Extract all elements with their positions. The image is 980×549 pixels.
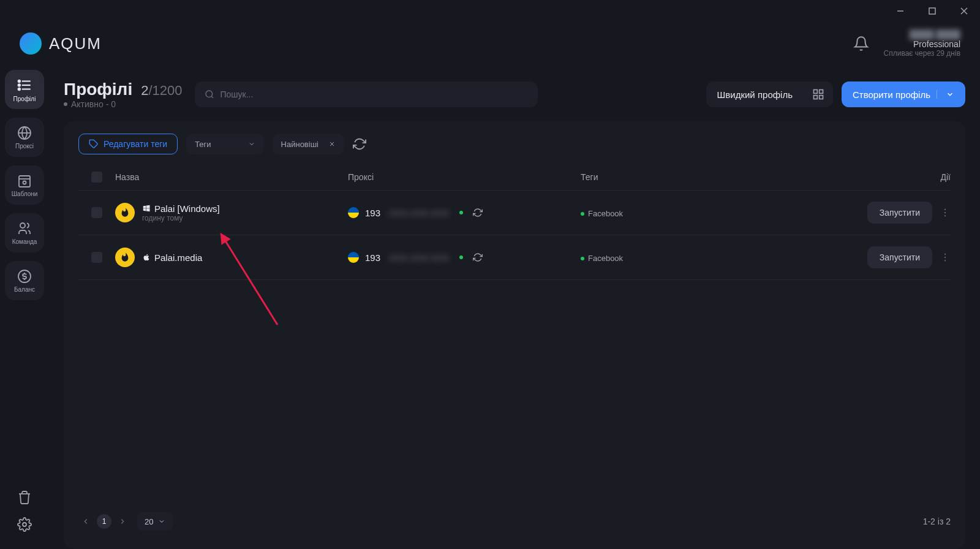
profile-avatar-icon	[115, 203, 135, 222]
svg-point-18	[206, 91, 213, 97]
ip-prefix: 193	[365, 208, 380, 218]
sort-dropdown[interactable]: Найновіші	[273, 134, 344, 154]
flag-icon	[348, 252, 359, 263]
title-block: Профілі 2/1200 Активно - 0	[64, 80, 183, 109]
svg-point-28	[944, 212, 946, 213]
clear-sort-icon[interactable]	[328, 140, 336, 148]
svg-point-17	[23, 523, 26, 526]
more-icon[interactable]	[940, 252, 951, 263]
svg-point-31	[944, 257, 946, 258]
app-header: AQUM ████ ████ Professional Спливає чере…	[0, 22, 980, 65]
svg-rect-22	[820, 96, 823, 99]
settings-icon[interactable]	[17, 517, 32, 532]
tags-dropdown[interactable]: Теги	[186, 134, 263, 154]
sidebar: Профілі Проксі Шаблони Команда Баланс	[0, 65, 49, 549]
sidebar-item-proxy[interactable]: Проксі	[5, 118, 44, 157]
nav-label: Проксі	[15, 143, 34, 150]
proxy-refresh-icon[interactable]	[473, 252, 483, 262]
nav-label: Профілі	[13, 96, 36, 102]
quick-profile-button[interactable]: Швидкий профіль	[706, 81, 804, 107]
svg-point-7	[18, 80, 20, 81]
nav-label: Баланс	[14, 286, 35, 293]
page-current[interactable]: 1	[97, 514, 111, 529]
table-row: Palai [Windows] годину тому 193 .XXX.XXX…	[78, 191, 951, 235]
svg-point-27	[944, 209, 946, 210]
table-footer: 1 20 1-2 із 2	[78, 500, 951, 537]
page-size-select[interactable]: 20	[137, 512, 173, 531]
column-actions: Дії	[840, 172, 951, 182]
page-title: Профілі	[64, 80, 132, 99]
profile-name[interactable]: Palai [Windows]	[142, 203, 220, 214]
tag-chip: Facebook	[581, 254, 623, 263]
svg-point-15	[20, 223, 25, 228]
create-label: Створити профіль	[853, 89, 930, 100]
online-dot-icon	[459, 211, 463, 214]
profile-count: 2/1200	[141, 83, 182, 99]
count-current: 2	[141, 83, 148, 98]
ip-prefix: 193	[365, 252, 380, 263]
status-dot-icon	[64, 102, 67, 106]
create-profile-button[interactable]: Створити профіль	[842, 81, 965, 107]
tag-dot-icon	[581, 257, 584, 260]
account-info[interactable]: ████ ████ Professional Спливає через 29 …	[884, 29, 960, 58]
notifications-icon[interactable]	[853, 36, 869, 51]
main-content: Профілі 2/1200 Активно - 0 Швидкий профі…	[49, 65, 980, 549]
row-checkbox[interactable]	[91, 207, 102, 218]
flag-icon	[348, 207, 359, 218]
chevron-down-icon	[248, 140, 255, 148]
ip-hidden: .XXX.XXX.XXX	[386, 252, 450, 263]
edit-tags-button[interactable]: Редагувати теги	[78, 134, 178, 154]
svg-point-9	[18, 88, 20, 89]
chevron-down-icon	[158, 518, 165, 525]
svg-point-8	[18, 84, 20, 86]
select-all-checkbox[interactable]	[91, 172, 102, 183]
count-max: /1200	[148, 83, 182, 98]
grid-icon[interactable]	[804, 88, 833, 100]
svg-rect-21	[820, 90, 823, 94]
maximize-icon[interactable]	[924, 2, 941, 20]
status-line: Активно - 0	[64, 99, 183, 109]
profile-subtitle: годину тому	[142, 214, 220, 222]
launch-button[interactable]: Запустити	[867, 246, 932, 268]
nav-label: Шаблони	[12, 191, 38, 197]
nav-label: Команда	[12, 238, 37, 245]
chevron-down-icon	[937, 90, 954, 99]
tag-label: Facebook	[588, 254, 623, 263]
column-tags: Теги	[581, 172, 840, 182]
launch-button[interactable]: Запустити	[867, 202, 932, 224]
refresh-icon[interactable]	[353, 137, 366, 151]
column-name: Назва	[115, 172, 348, 182]
window-titlebar	[0, 0, 980, 22]
search-input[interactable]	[221, 89, 528, 99]
sidebar-item-profiles[interactable]: Профілі	[5, 70, 44, 109]
tag-chip: Facebook	[581, 209, 623, 218]
svg-point-32	[944, 260, 946, 261]
minimize-icon[interactable]	[892, 2, 909, 20]
sidebar-item-balance[interactable]: Баланс	[5, 261, 44, 300]
account-name: ████ ████	[884, 29, 960, 39]
svg-rect-1	[929, 8, 935, 14]
online-dot-icon	[459, 256, 463, 259]
edit-tags-label: Редагувати теги	[104, 139, 167, 149]
sidebar-item-templates[interactable]: Шаблони	[5, 165, 44, 205]
page-next-icon[interactable]	[115, 514, 130, 529]
close-icon[interactable]	[956, 2, 973, 20]
tags-dropdown-label: Теги	[195, 140, 211, 149]
logo-icon	[20, 32, 42, 55]
proxy-refresh-icon[interactable]	[473, 208, 483, 218]
more-icon[interactable]	[940, 207, 951, 218]
profile-avatar-icon	[115, 248, 135, 267]
quick-profile-group: Швидкий профіль	[706, 81, 833, 107]
table-header: Назва Проксі Теги Дії	[78, 164, 951, 191]
page-info: 1-2 із 2	[923, 517, 951, 526]
sidebar-item-team[interactable]: Команда	[5, 213, 44, 252]
table-row: Palai.media 193 .XXX.XXX.XXX	[78, 235, 951, 280]
search-bar[interactable]	[195, 81, 538, 107]
profile-name[interactable]: Palai.media	[142, 252, 202, 263]
svg-point-29	[944, 215, 946, 216]
trash-icon[interactable]	[17, 490, 32, 505]
svg-rect-23	[813, 96, 817, 99]
row-checkbox[interactable]	[91, 252, 102, 263]
page-prev-icon[interactable]	[78, 514, 93, 529]
tag-dot-icon	[581, 212, 584, 216]
